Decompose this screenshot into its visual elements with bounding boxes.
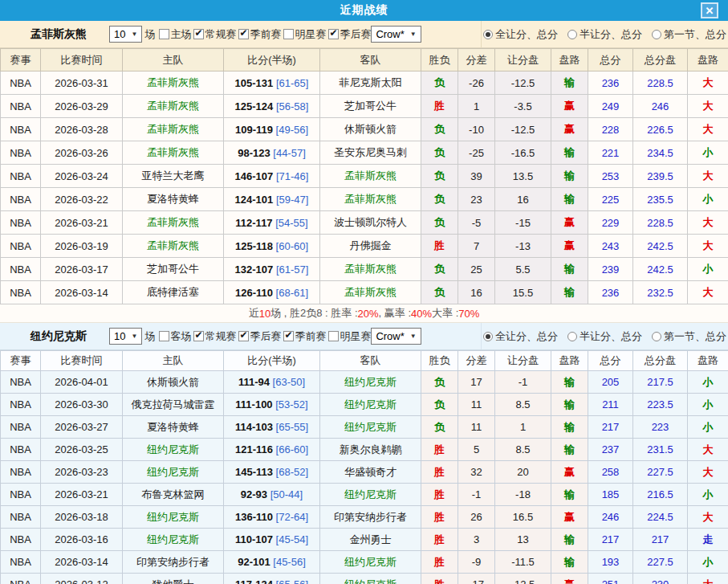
filter-checkbox-group: 主场常规赛季前赛明星赛季后赛 <box>157 27 371 42</box>
filter-checkbox[interactable]: 常规赛 <box>191 329 236 344</box>
column-header: 赛事 <box>1 351 41 371</box>
league-cell: NBA <box>1 371 41 394</box>
filter-bar-right: 全让分、总分半让分、总分第一节、总分 <box>482 21 728 47</box>
handicap-line-cell: -12.5 <box>495 574 551 584</box>
home-team: 底特律活塞 <box>123 281 224 304</box>
half-time-score: [53-52] <box>273 398 308 410</box>
odds-source-select[interactable]: Crow* ▼ <box>371 26 421 43</box>
filter-label: 明星赛 <box>340 329 371 344</box>
over-under-cell: 走 <box>688 529 728 551</box>
handicap-line-cell: -1 <box>495 371 551 394</box>
close-icon: ✕ <box>706 5 714 17</box>
total-line-cell: 242.5 <box>633 235 688 258</box>
summary-text: , 赢率 : <box>379 306 411 321</box>
over-under-cell: 小 <box>688 416 728 439</box>
radio-label: 第一节、总分 <box>664 27 726 42</box>
away-team: 纽约尼克斯 <box>320 416 421 439</box>
column-header: 总分 <box>588 49 633 71</box>
results-table: 赛事比赛时间主队比分(半场)客队胜负分差让分盘盘路总分总分盘盘路 NBA2026… <box>0 48 728 304</box>
final-score: 112-117 <box>235 217 272 229</box>
filter-checkbox[interactable]: 季前赛 <box>236 27 281 42</box>
total-points-cell: 243 <box>588 235 633 258</box>
radio-label: 第一节、总分 <box>664 329 726 344</box>
home-team: 孟菲斯灰熊 <box>123 211 224 235</box>
close-button[interactable]: ✕ <box>701 2 718 18</box>
win-loss-cell: 胜 <box>421 574 458 584</box>
game-row: NBA2026-03-17芝加哥公牛132-107 [61-57]孟菲斯灰熊负2… <box>1 258 728 281</box>
win-loss-cell: 胜 <box>421 95 458 118</box>
win-loss-cell: 负 <box>421 141 458 165</box>
stat-mode-radio[interactable]: 全让分、总分 <box>483 27 558 42</box>
away-team: 孟菲斯灰熊 <box>320 258 421 281</box>
radio-icon <box>652 30 661 39</box>
filter-checkbox[interactable]: 主场 <box>157 27 191 42</box>
filter-checkbox[interactable]: 客场 <box>157 329 191 344</box>
league-cell: NBA <box>1 141 41 165</box>
total-line-cell: 232.5 <box>633 281 688 304</box>
date-cell: 2026-03-29 <box>41 95 123 118</box>
home-team: 夏洛特黄蜂 <box>123 188 224 211</box>
date-cell: 2026-03-25 <box>41 439 123 461</box>
margin-cell: -9 <box>458 551 495 574</box>
filter-checkbox[interactable]: 季后赛 <box>326 27 371 42</box>
win-loss-cell: 负 <box>421 71 458 95</box>
handicap-line-cell: 15.5 <box>495 281 551 304</box>
game-row: NBA2026-03-16纽约尼克斯110-107 [45-54]金州勇士胜31… <box>1 529 728 551</box>
odds-source-select[interactable]: Crow* ▼ <box>371 328 421 345</box>
chevron-down-icon: ▼ <box>131 31 137 38</box>
away-team: 孟菲斯灰熊 <box>320 165 421 188</box>
games-unit-label: 场 <box>144 27 155 42</box>
league-cell: NBA <box>1 95 41 118</box>
league-cell: NBA <box>1 165 41 188</box>
handicap-result-cell: 赢 <box>551 506 588 529</box>
column-header: 总分 <box>588 351 633 371</box>
total-points-cell: 221 <box>588 141 633 165</box>
final-score: 92-93 <box>241 488 267 500</box>
stat-mode-radio[interactable]: 半让分、总分 <box>567 27 642 42</box>
over-under-cell: 小 <box>688 551 728 574</box>
stat-mode-radio[interactable]: 半让分、总分 <box>567 329 642 344</box>
total-line-cell: 217.5 <box>633 371 688 394</box>
filter-label: 常规赛 <box>205 27 236 42</box>
final-score: 136-110 <box>235 511 273 523</box>
date-cell: 2026-03-19 <box>41 235 123 258</box>
home-team: 孟菲斯灰熊 <box>123 71 224 95</box>
over-under-cell: 大 <box>688 118 728 141</box>
stat-mode-radio-group: 全让分、总分半让分、总分第一节、总分 <box>483 329 726 344</box>
home-team: 布鲁克林篮网 <box>123 484 224 506</box>
checkbox-icon <box>159 331 169 341</box>
filter-bar-left: 孟菲斯灰熊 10 ▼ 场 主场常规赛季前赛明星赛季后赛 Crow* ▼ <box>0 21 482 47</box>
over-under-cell: 大 <box>688 71 728 95</box>
handicap-result-cell: 赢 <box>551 461 588 484</box>
game-row: NBA2026-03-27夏洛特黄蜂114-103 [65-55]纽约尼克斯负1… <box>1 416 728 439</box>
games-count-select[interactable]: 10 ▼ <box>109 26 142 43</box>
filter-checkbox[interactable]: 明星赛 <box>326 329 371 344</box>
away-team: 华盛顿奇才 <box>320 461 421 484</box>
stat-mode-radio[interactable]: 第一节、总分 <box>652 27 726 42</box>
score-cell: 125-124 [56-58] <box>224 95 320 118</box>
half-time-score: [45-56] <box>270 556 306 568</box>
chevron-down-icon: ▼ <box>410 333 417 340</box>
filter-checkbox[interactable]: 季前赛 <box>281 329 326 344</box>
handicap-result-cell: 输 <box>551 484 588 506</box>
league-cell: NBA <box>1 551 41 574</box>
over-under-cell: 小 <box>688 258 728 281</box>
stat-mode-radio[interactable]: 第一节、总分 <box>652 329 726 344</box>
handicap-line-cell: -15 <box>495 211 551 235</box>
games-count-select[interactable]: 10 ▼ <box>109 328 142 345</box>
stat-mode-radio[interactable]: 全让分、总分 <box>483 329 558 344</box>
filter-checkbox[interactable]: 常规赛 <box>191 27 236 42</box>
game-row: NBA2026-03-12犹他爵士117-134 [65-56]纽约尼克斯胜-1… <box>1 574 728 584</box>
total-points-cell: 258 <box>588 461 633 484</box>
filter-label: 季前赛 <box>295 329 326 344</box>
over-under-cell: 大 <box>688 574 728 584</box>
filter-checkbox[interactable]: 季后赛 <box>236 329 281 344</box>
win-loss-cell: 胜 <box>421 439 458 461</box>
win-loss-cell: 胜 <box>421 484 458 506</box>
checkbox-icon <box>238 331 249 341</box>
away-team: 印第安纳步行者 <box>320 506 421 529</box>
filter-checkbox[interactable]: 明星赛 <box>281 27 326 42</box>
filter-bar: 纽约尼克斯 10 ▼ 场 客场常规赛季后赛季前赛明星赛 Crow* ▼ 全让分、… <box>0 323 728 350</box>
half-time-score: [68-52] <box>273 466 308 478</box>
filter-bar-right: 全让分、总分半让分、总分第一节、总分 <box>482 323 728 349</box>
